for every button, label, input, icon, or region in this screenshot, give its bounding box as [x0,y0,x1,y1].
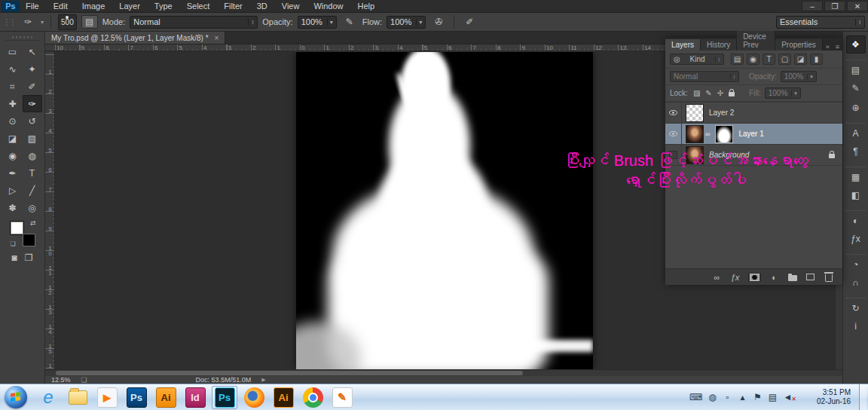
taskbar-app-media-player[interactable]: ▶ [94,386,120,409]
menu-item-filter[interactable]: Filter [224,2,242,11]
eye-icon[interactable] [669,131,677,136]
filter-pixel-layers-icon[interactable]: ▤ [731,54,744,65]
brush-size-picker[interactable]: 500 [58,14,77,30]
swap-colors-icon[interactable]: ⇄ [30,219,36,227]
blur-tool[interactable]: ◉ [3,147,23,164]
volume-muted-icon[interactable]: ◄ [783,392,793,402]
close-button[interactable]: ✕ [847,1,868,11]
panel-menu-icon[interactable]: ≡ [833,43,842,50]
lock-position-icon[interactable]: ✢ [717,89,723,97]
tool-preset-handle[interactable]: ⋮⋮ [3,18,15,26]
keyboard-icon[interactable]: ⌨ [689,392,702,402]
layer-row-layer-2[interactable]: Layer 2 [665,102,842,124]
menu-item-help[interactable]: Help [358,2,375,11]
layer-row-layer-1[interactable]: ∞Layer 1 [665,124,842,145]
start-button[interactable] [5,386,27,408]
menu-item-window[interactable]: Window [313,2,343,11]
link-layers-icon[interactable]: ∞ [712,273,722,282]
taskbar-clock[interactable]: 3:51 PM 02-Jun-16 [804,388,851,406]
clone-source-panel-icon[interactable]: ⊕ [846,99,866,117]
brush-panel-icon[interactable]: ✎ [846,79,866,97]
size-pressure-icon[interactable]: ✐ [461,15,478,29]
tool-preset-caret[interactable]: ▾ [41,19,44,26]
filter-type-layers-icon[interactable]: T [763,54,775,65]
3d-panel-icon[interactable]: ◔ [846,254,866,272]
menu-item-layer[interactable]: Layer [119,2,140,11]
zoom-tool[interactable]: ◎ [23,199,42,216]
restore-button[interactable]: ❐ [824,1,845,11]
channels-panel-icon[interactable]: ▤ [846,60,866,78]
taskbar-app-photoshop-cs6[interactable]: Ps [124,386,149,409]
healing-brush-tool[interactable]: ✚ [3,95,23,112]
taskbar-app-firefox[interactable] [241,386,267,409]
taskbar-app-indesign-cs6[interactable]: Id [182,386,208,409]
tab-layers[interactable]: Layers [665,39,701,50]
filter-smart-objects-icon[interactable]: ◪ [794,54,807,65]
swatches-panel-icon[interactable]: ▦ [846,167,866,185]
history-brush-tool[interactable]: ↺ [23,112,42,130]
tray-expand-icon[interactable]: ▴ [738,392,747,402]
menu-item-select[interactable]: Select [187,2,210,11]
layers-panel-icon[interactable]: ❖ [846,35,866,54]
minimize-button[interactable]: – [802,1,823,11]
paths-panel-icon[interactable]: ∩ [846,274,866,292]
paragraph-panel-icon[interactable]: ¶ [846,142,866,161]
brush-panel-toggle[interactable]: ▤ [81,15,98,29]
mode-select[interactable]: Normal ↕ [130,16,258,29]
document-tab[interactable]: My Tro.psd @ 12.5% (Layer 1, Layer Mask/… [45,32,225,44]
move-tool[interactable]: ↖ [23,43,42,60]
dodge-tool[interactable]: ◍ [23,147,42,164]
airbrush-icon[interactable]: ✇ [430,15,447,29]
taskbar-app-paint-app[interactable]: ✎ [329,386,355,409]
color-panel-icon[interactable]: ◧ [846,186,866,204]
layer-thumbnail[interactable] [686,125,704,143]
menu-item-view[interactable]: View [282,2,300,11]
layer-effects-icon[interactable]: ƒx [730,273,740,282]
eyedropper-tool[interactable]: ✐ [23,78,42,95]
new-layer-icon[interactable] [805,274,815,280]
layer-mask-thumbnail[interactable] [715,125,733,143]
taskbar-app-photoshop-cc[interactable]: Ps [212,386,237,409]
menu-item-file[interactable]: File [26,2,39,11]
clone-stamp-tool[interactable]: ⊙ [3,112,23,130]
menu-item-3d[interactable]: 3D [257,2,267,11]
taskbar-app-chrome[interactable] [300,386,326,409]
eye-icon[interactable] [669,110,677,115]
gradient-tool[interactable]: ▧ [23,130,42,147]
menu-item-edit[interactable]: Edit [53,2,68,11]
filter-shape-layers-icon[interactable]: ▢ [778,54,791,65]
lock-paint-icon[interactable]: ✎ [705,89,711,97]
taskbar-app-illustrator-cc[interactable]: Ai [270,386,296,409]
lock-all-icon[interactable] [729,92,735,96]
horizontal-scrollbar[interactable] [45,369,842,376]
panel-opacity-field[interactable]: 100% ▾ [781,71,817,82]
screen-mode-button[interactable]: ❐ [25,252,33,263]
crop-tool[interactable]: ⌗ [3,78,23,95]
quick-mask-button[interactable]: ◙ [11,252,17,263]
info-panel-icon[interactable]: i [846,317,866,335]
blend-mode-select[interactable]: Normal ↕ [670,71,739,82]
menu-item-type[interactable]: Type [154,2,173,11]
collapse-panels-icon[interactable]: » [823,43,833,50]
line-tool[interactable]: ╱ [23,182,42,199]
history-panel-icon[interactable]: ↻ [846,298,866,316]
action-center-icon[interactable]: ⚑ [753,392,763,402]
styles-panel-icon[interactable]: ƒx [846,230,866,248]
brush-tool-icon[interactable]: ✑ [20,15,36,29]
share-icon[interactable]: ❏ [81,376,87,384]
path-selection-tool[interactable]: ▷ [3,182,23,199]
tab-properties[interactable]: Properties [775,39,823,50]
taskbar-app-windows-explorer[interactable] [65,386,90,409]
opacity-field[interactable]: 100% ▾ [298,16,337,29]
lasso-tool[interactable]: ∿ [3,60,23,78]
fill-field[interactable]: 100% ▾ [765,87,801,99]
display-icon[interactable]: ▫ [723,392,732,402]
taskbar-app-illustrator-cs6[interactable]: Ai [153,386,179,409]
hand-tool[interactable]: ✽ [3,199,23,216]
add-layer-mask-icon[interactable] [748,273,761,282]
adjustments-panel-icon[interactable]: ◐ [846,210,866,228]
filter-adjustment-layers-icon[interactable]: ◉ [747,54,760,65]
zoom-level-field[interactable]: 12.5% [51,376,71,384]
app-logo[interactable]: Ps [2,1,20,12]
rectangular-marquee-tool[interactable]: ▭ [3,43,23,60]
